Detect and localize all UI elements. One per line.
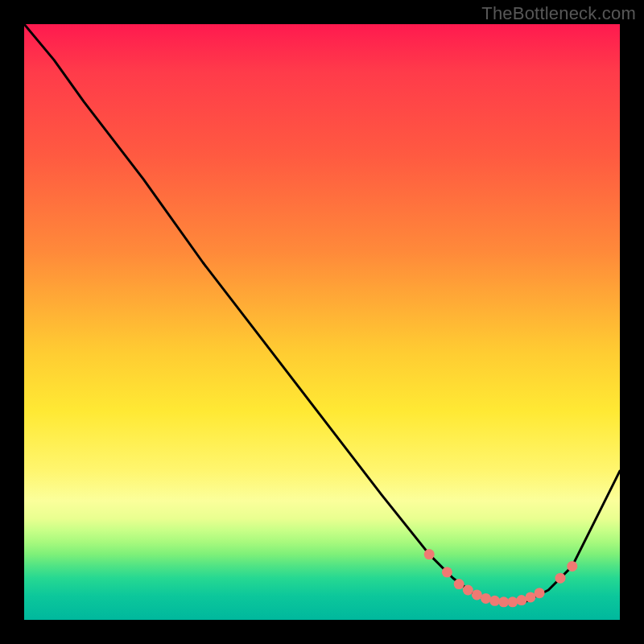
chart-frame: TheBottleneck.com (0, 0, 644, 644)
highlighted-markers (424, 549, 578, 607)
marker-dot (526, 592, 536, 602)
watermark-text: TheBottleneck.com (481, 3, 636, 24)
marker-dot (454, 579, 464, 589)
marker-dot (481, 593, 491, 604)
marker-dot (442, 567, 452, 577)
bottleneck-curve (24, 24, 620, 602)
marker-dot (507, 597, 518, 607)
marker-dot (463, 585, 473, 596)
marker-dot (424, 549, 435, 559)
marker-dot (567, 561, 577, 572)
marker-dot (472, 589, 482, 600)
marker-dot (535, 588, 545, 598)
marker-dot (498, 597, 509, 607)
marker-dot (489, 596, 500, 606)
plot-area (24, 24, 620, 620)
chart-svg (24, 24, 620, 620)
marker-dot (516, 595, 526, 605)
marker-dot (555, 573, 566, 584)
